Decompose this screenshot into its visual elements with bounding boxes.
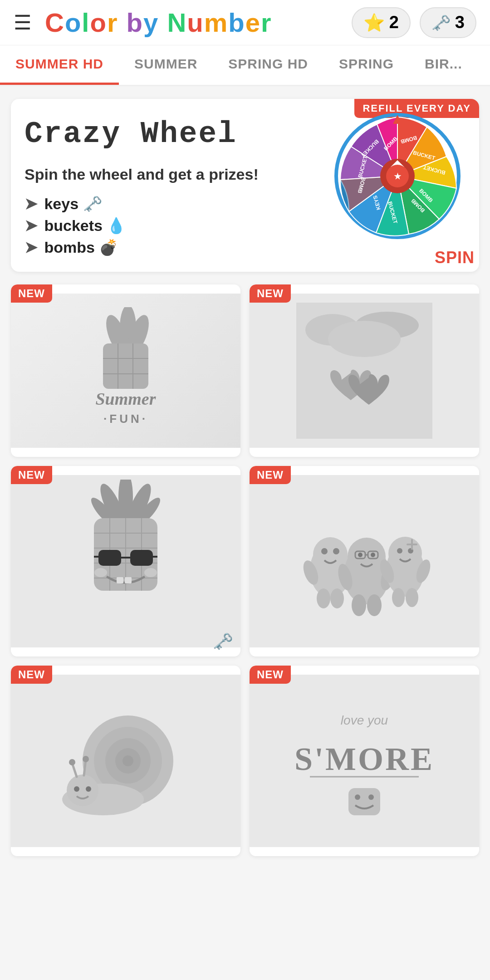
cool-pineapple-svg	[58, 480, 194, 643]
bomb-prize-icon: 💣	[99, 239, 118, 256]
marshmallow-image	[250, 475, 479, 647]
svg-point-88	[67, 774, 98, 806]
new-badge-1: NEW	[11, 284, 52, 303]
wheel-svg: BUCKET BOMB BUCKET BOMB BUCKET BOMB BUCK…	[334, 113, 461, 240]
arrow-icon-buckets: ➤	[24, 217, 37, 234]
hearts-svg	[296, 303, 432, 439]
svg-rect-98	[348, 788, 380, 815]
prize-keys-label: keys	[44, 195, 83, 212]
svg-text:love you: love you	[341, 713, 388, 727]
prize-bombs-label: bombs	[44, 239, 94, 256]
svg-rect-50	[125, 577, 132, 583]
svg-point-70	[352, 594, 366, 616]
wheel-description: Spin the wheel and get a prizes!	[24, 164, 320, 186]
prize-buckets: ➤ buckets 💧	[24, 216, 320, 235]
star-icon: ⭐	[363, 13, 385, 33]
key-prize-icon: 🗝️	[83, 195, 102, 212]
svg-rect-20	[103, 343, 148, 389]
svg-point-62	[348, 538, 386, 576]
grid-item-2[interactable]: NEW	[250, 284, 479, 457]
svg-point-91	[69, 759, 75, 765]
header-badges: ⭐ 2 🗝️ 3	[352, 7, 476, 38]
snail-image	[11, 675, 240, 847]
tab-spring[interactable]: SPRING	[323, 45, 409, 85]
svg-point-51	[94, 568, 107, 577]
svg-point-94	[86, 786, 91, 792]
svg-point-92	[83, 756, 89, 762]
svg-text:S'MORE: S'MORE	[296, 741, 432, 777]
key-icon: 🗝️	[431, 14, 451, 32]
svg-point-66	[358, 553, 363, 557]
menu-icon[interactable]: ☰	[14, 11, 31, 34]
grid-item-3[interactable]: NEW	[11, 466, 240, 657]
svg-point-99	[355, 794, 360, 800]
svg-point-71	[367, 594, 382, 616]
key-lock-icon-3: 🗝️	[213, 632, 233, 651]
image-grid: NEW Summer ·FUN·	[0, 284, 490, 867]
new-badge-3: NEW	[11, 466, 52, 484]
bucket-prize-icon: 💧	[107, 217, 126, 234]
prize-keys: ➤ keys 🗝️	[24, 195, 320, 213]
prize-buckets-label: buckets	[44, 217, 107, 234]
summer-fun-svg: Summer ·FUN·	[58, 307, 194, 434]
tab-summer[interactable]: SUMMER	[119, 45, 213, 85]
wheel-prizes: ➤ keys 🗝️ ➤ buckets 💧 ➤ bombs 💣	[24, 195, 320, 256]
svg-point-60	[330, 588, 344, 608]
spin-button[interactable]: SPIN	[435, 248, 475, 267]
smore-svg: love you S'MORE	[296, 679, 432, 843]
wheel-left: Crazy Wheel Spin the wheel and get a pri…	[24, 113, 320, 261]
svg-rect-44	[98, 550, 121, 566]
new-badge-2: NEW	[250, 284, 291, 303]
summer-fun-image: Summer ·FUN·	[11, 294, 240, 448]
svg-rect-49	[117, 577, 123, 583]
svg-point-56	[333, 548, 339, 554]
svg-text:·FUN·: ·FUN·	[103, 412, 148, 426]
prize-bombs: ➤ bombs 💣	[24, 238, 320, 256]
stars-count: 2	[389, 13, 399, 32]
hearts-image	[250, 294, 479, 448]
spin-wheel[interactable]: BUCKET BOMB BUCKET BOMB BUCKET BOMB BUCK…	[334, 113, 461, 240]
svg-text:Summer: Summer	[95, 389, 156, 408]
arrow-icon-keys: ➤	[24, 195, 37, 212]
wheel-right: BUCKET BOMB BUCKET BOMB BUCKET BOMB BUCK…	[329, 113, 466, 235]
crazy-wheel-section: REFILL EVERY DAY Crazy Wheel Spin the wh…	[11, 99, 479, 272]
svg-text:★: ★	[394, 172, 402, 181]
new-badge-4: NEW	[250, 466, 291, 484]
grid-item-6[interactable]: NEW love you S'MORE	[250, 666, 479, 856]
keys-badge[interactable]: 🗝️ 3	[420, 7, 476, 38]
svg-point-73	[388, 537, 422, 570]
wheel-title: Crazy Wheel	[24, 117, 320, 151]
cool-pineapple-image	[11, 475, 240, 647]
svg-point-67	[371, 553, 375, 557]
app-title: Color by Number	[45, 7, 272, 38]
grid-item-1[interactable]: NEW Summer ·FUN·	[11, 284, 240, 457]
grid-item-5[interactable]: NEW	[11, 666, 240, 856]
svg-point-52	[144, 568, 157, 577]
svg-point-59	[317, 588, 330, 608]
svg-rect-45	[130, 550, 153, 566]
arrow-icon-bombs: ➤	[24, 239, 37, 256]
stars-badge[interactable]: ⭐ 2	[352, 7, 411, 38]
app-header: ☰ Color by Number ⭐ 2 🗝️ 3	[0, 0, 490, 45]
svg-point-81	[406, 588, 418, 607]
svg-point-80	[392, 588, 405, 607]
wheel-content: Crazy Wheel Spin the wheel and get a pri…	[24, 113, 466, 261]
svg-point-100	[368, 794, 374, 800]
svg-point-30	[328, 321, 401, 357]
svg-point-86	[122, 755, 133, 766]
new-badge-6: NEW	[250, 666, 291, 684]
marshmallow-svg	[296, 480, 432, 643]
tab-bar: SUMMER HD SUMMER SPRING HD SPRING BIR...	[0, 45, 490, 86]
keys-count: 3	[455, 13, 465, 32]
snail-svg	[58, 679, 194, 843]
tab-summer-hd[interactable]: SUMMER HD	[0, 45, 119, 85]
new-badge-5: NEW	[11, 666, 52, 684]
tab-bir[interactable]: BIR...	[409, 45, 478, 85]
svg-point-55	[321, 548, 328, 554]
tab-spring-hd[interactable]: SPRING HD	[213, 45, 323, 85]
grid-item-4[interactable]: NEW	[250, 466, 479, 657]
smore-image: love you S'MORE	[250, 675, 479, 847]
svg-point-93	[74, 786, 79, 792]
svg-point-74	[397, 548, 402, 554]
